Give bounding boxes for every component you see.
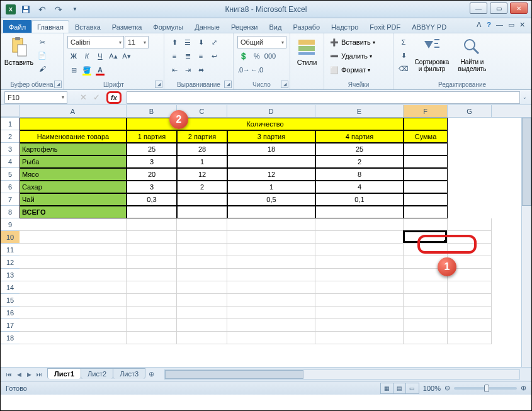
cell-C18[interactable] [177, 332, 227, 344]
cell-D11[interactable] [227, 244, 315, 256]
cell-A13[interactable] [20, 269, 127, 281]
percent-icon[interactable]: % [251, 50, 263, 62]
cell-C13[interactable] [177, 269, 227, 281]
borders-icon[interactable]: ⊞ [67, 64, 80, 76]
row-header-2[interactable]: 2 [1, 130, 20, 143]
cell-C11[interactable] [177, 244, 227, 256]
cell-F3[interactable] [404, 143, 448, 155]
doc-close[interactable]: ✕ [519, 21, 525, 29]
cell-E14[interactable] [315, 281, 404, 294]
cell-B2[interactable]: 1 партия [127, 130, 177, 143]
cell-F6[interactable] [404, 181, 448, 193]
sheet-nav-last[interactable]: ⏭ [35, 371, 43, 378]
decrease-font-icon[interactable]: A▾ [120, 50, 133, 62]
tab-data[interactable]: Данные [189, 20, 225, 33]
cell-A18[interactable] [20, 332, 127, 344]
cell-D5[interactable]: 12 [227, 168, 315, 181]
cell-A9[interactable] [20, 218, 127, 231]
cell-B1-merged[interactable]: Количество [127, 118, 404, 130]
styles-button[interactable]: Стили [294, 36, 320, 87]
increase-decimal-icon[interactable]: .0→ [237, 64, 250, 76]
cell-F17[interactable] [404, 319, 448, 332]
cell-A12[interactable] [20, 256, 127, 269]
row-header-16[interactable]: 16 [1, 307, 20, 319]
cell-C2[interactable]: 2 партия [177, 130, 227, 143]
cell-F8[interactable] [404, 206, 448, 218]
view-normal[interactable]: ▦ [381, 383, 393, 393]
cell-B5[interactable]: 20 [127, 168, 177, 181]
cell-B13[interactable] [127, 269, 177, 281]
cell-A11[interactable] [20, 244, 127, 256]
cell-E5[interactable]: 8 [315, 168, 404, 181]
cell-B10[interactable] [127, 231, 177, 244]
cell-F18[interactable] [404, 332, 448, 344]
row-header-12[interactable]: 12 [1, 256, 20, 269]
cell-G13[interactable] [448, 269, 492, 281]
ribbon-minimize-icon[interactable]: ᐱ [477, 21, 482, 29]
number-format-combo[interactable]: Общий [237, 36, 286, 48]
cell-F12[interactable] [404, 256, 448, 269]
cell-A5[interactable]: Мясо [20, 168, 127, 181]
hscroll-thumb[interactable] [165, 370, 303, 379]
cell-D13[interactable] [227, 269, 315, 281]
zoom-in[interactable]: ⊕ [521, 384, 526, 392]
align-left-icon[interactable]: ≡ [168, 50, 181, 62]
cell-E18[interactable] [315, 332, 404, 344]
cell-D7[interactable]: 0,5 [227, 193, 315, 206]
zoom-level[interactable]: 100% [423, 385, 441, 392]
col-header-E[interactable]: E [315, 105, 404, 117]
cell-B14[interactable] [127, 281, 177, 294]
zoom-out[interactable]: ⊖ [444, 384, 450, 392]
cell-D2[interactable]: 3 партия [227, 130, 315, 143]
cell-C15[interactable] [177, 294, 227, 307]
cell-B8[interactable] [127, 206, 177, 218]
cell-B16[interactable] [127, 307, 177, 319]
cell-C9[interactable] [177, 218, 227, 231]
cell-A4[interactable]: Рыба [20, 155, 127, 168]
cell-D14[interactable] [227, 281, 315, 294]
cell-E3[interactable]: 25 [315, 143, 404, 155]
tab-foxit[interactable]: Foxit PDF [364, 20, 406, 33]
cell-F14[interactable] [404, 281, 448, 294]
cell-D10[interactable] [227, 231, 315, 244]
increase-font-icon[interactable]: A▴ [107, 50, 120, 62]
bold-icon[interactable]: Ж [67, 50, 80, 62]
cell-B9[interactable] [127, 218, 177, 231]
cell-D4[interactable] [227, 155, 315, 168]
sheet-tab-Лист3[interactable]: Лист3 [113, 368, 145, 379]
cell-F11[interactable] [404, 244, 448, 256]
cell-A17[interactable] [20, 319, 127, 332]
cell-C14[interactable] [177, 281, 227, 294]
cell-E16[interactable] [315, 307, 404, 319]
row-header-13[interactable]: 13 [1, 269, 20, 281]
orientation-icon[interactable]: ⤢ [208, 36, 220, 48]
cell-E17[interactable] [315, 319, 404, 332]
view-page-layout[interactable]: ▤ [393, 383, 406, 393]
autosum-icon[interactable]: Σ [397, 36, 410, 48]
tab-insert[interactable]: Вставка [69, 20, 106, 33]
cell-C7[interactable] [177, 193, 227, 206]
row-header-7[interactable]: 7 [1, 193, 20, 206]
clear-icon[interactable]: ⌫ [397, 62, 410, 75]
cell-D9[interactable] [227, 218, 315, 231]
cell-G16[interactable] [448, 307, 492, 319]
col-header-C[interactable]: C [177, 105, 227, 117]
cells-format-button[interactable]: ⬜Формат▾ [328, 64, 389, 76]
insert-function-button[interactable]: fx [106, 91, 122, 104]
zoom-slider[interactable] [454, 387, 517, 390]
col-header-G[interactable]: G [448, 105, 492, 117]
row-header-14[interactable]: 14 [1, 281, 20, 294]
cell-A8[interactable]: ВСЕГО [20, 206, 127, 218]
cell-D18[interactable] [227, 332, 315, 344]
cell-F7[interactable] [404, 193, 448, 206]
cell-C12[interactable] [177, 256, 227, 269]
font-color-icon[interactable]: A [94, 64, 106, 76]
merge-icon[interactable]: ⬌ [195, 64, 207, 76]
close-button[interactable]: ✕ [510, 3, 528, 14]
align-middle-icon[interactable]: ☰ [181, 36, 194, 48]
cell-E9[interactable] [315, 218, 404, 231]
sheet-nav-prev[interactable]: ◀ [14, 371, 23, 378]
cell-B4[interactable]: 3 [127, 155, 177, 168]
cell-B11[interactable] [127, 244, 177, 256]
decrease-indent-icon[interactable]: ⇤ [168, 64, 181, 76]
